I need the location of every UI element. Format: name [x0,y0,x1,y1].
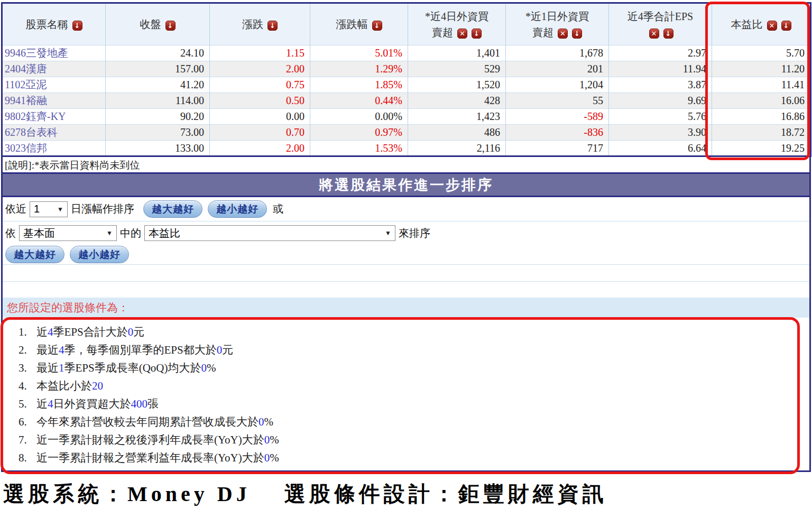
pe-ratio-cell: 11.41 [712,77,811,93]
stock-name-link[interactable]: 9802鈺齊-KY [2,109,106,125]
foreign-1d-cell: -589 [506,109,609,125]
remove-column-icon[interactable]: ✕ [649,29,659,39]
change-cell: 1.15 [210,45,310,61]
or-label: 或 [273,202,283,216]
field-select-value: 本益比 [149,226,180,240]
days-select[interactable]: 1 ▼ [30,201,68,217]
criteria-item: 5.近4日外資買超大於400張 [19,396,809,414]
column-header: 收盤 ↓ [106,3,210,45]
sort-by-days-row: 依近 1 ▼ 日漲幅作排序 越大越好 越小越好 或 [3,197,809,221]
criteria-list: 1.近4季EPS合計大於0元2.最近4季，每季個別單季的EPS都大於0元3.最近… [1,318,811,472]
stock-name-link[interactable]: 9941裕融 [2,93,106,109]
close-price-cell: 157.00 [106,61,210,77]
pe-ratio-cell: 19.25 [712,141,811,156]
change-cell: 2.00 [210,61,310,77]
column-header: 漲跌 ↓ [210,3,310,45]
pe-ratio-cell: 16.06 [712,93,811,109]
pe-ratio-cell: 11.20 [712,61,811,77]
stock-results-table: 股票名稱 ↓ 收盤 ↓ 漲跌 ↓ 漲跌幅 ↓ *近4日外資買賣超 ✕ ↓ *近1… [1,2,811,157]
foreign-1d-cell: 1,204 [506,77,609,93]
sort-desc-button-days[interactable]: 越大越好 [143,200,202,218]
sort-descending-icon[interactable]: ↓ [165,21,176,31]
sort-descending-icon[interactable]: ↓ [372,21,382,31]
stock-name-link[interactable]: 1102亞泥 [2,77,106,93]
sort-descending-icon[interactable]: ↓ [72,21,82,31]
stock-name-link[interactable]: 3023信邦 [2,141,106,156]
foreign-1d-cell: -836 [506,125,609,141]
criteria-item: 8.近一季累計財報之營業利益年成長率(YoY)大於0% [19,450,809,468]
column-header: 股票名稱 ↓ [2,3,106,45]
foreign-4d-cell: 1,401 [408,45,506,61]
column-label: 漲跌幅 [336,18,371,30]
eps-4q-cell: 6.64 [609,141,712,156]
criteria-item: 7.近一季累計財報之稅後淨利年成長率(YoY)大於0% [19,432,809,450]
change-pct-cell: 0.97% [310,125,408,141]
criteria-value: 1 [59,362,64,374]
eps-4q-cell: 5.76 [609,109,712,125]
remove-column-icon[interactable]: ✕ [558,29,568,39]
stock-name-link[interactable]: 9946三發地產 [2,45,106,61]
table-row: 6278台表科73.000.700.97%486-8363.9018.72 [2,125,811,141]
criteria-value: 0 [128,326,134,338]
column-header: *近1日外資買賣超 ✕ ↓ [506,3,609,45]
criteria-item-number: 1. [19,324,36,340]
change-cell: 0.50 [210,93,310,109]
chevron-down-icon: ▼ [385,229,391,237]
eps-4q-cell: 11.94 [609,61,712,77]
foreign-4d-cell: 486 [408,125,506,141]
close-price-cell: 24.10 [106,45,210,61]
change-cell: 0.75 [210,77,310,93]
pe-ratio-cell: 16.86 [712,109,811,125]
change-pct-cell: 5.01% [310,45,408,61]
foreign-4d-cell: 1,520 [408,77,506,93]
change-pct-cell: 0.44% [310,93,408,109]
foreign-1d-cell: 717 [506,141,609,156]
criteria-item-number: 5. [19,396,36,412]
field-select[interactable]: 本益比 ▼ [144,225,395,241]
change-cell: 0.00 [210,109,310,125]
chevron-down-icon: ▼ [57,206,63,213]
table-row: 1102亞泥41.200.751.85%1,5201,2043.8711.41 [2,77,811,93]
criteria-item-number: 7. [19,432,36,448]
criteria-item: 4.本益比小於20 [19,378,809,396]
column-label: 股票名稱 [26,18,71,30]
footer-caption: 選股系統：Money DJ選股條件設計：鉅豐財經資訊 [0,472,812,508]
foreign-1d-cell: 201 [506,61,609,77]
criteria-item-number: 4. [19,378,36,394]
remove-column-icon[interactable]: ✕ [457,29,467,39]
stock-table-body: 9946三發地產24.101.155.01%1,4011,6782.975.70… [2,45,811,156]
criteria-item: 6.今年來累計營收較去年同期累計營收成長大於0% [19,414,809,432]
sort-descending-icon[interactable]: ↓ [267,21,278,31]
sort-descending-icon[interactable]: ↓ [572,29,582,39]
stock-name-link[interactable]: 6278台表科 [2,125,106,141]
change-pct-cell: 0.00% [310,109,408,125]
sort-by-field-row: 依 基本面 ▼ 中的 本益比 ▼ 來排序 [3,221,809,245]
criteria-item-number: 6. [19,414,36,430]
category-select[interactable]: 基本面 ▼ [19,225,117,241]
criteria-value: 0 [264,433,270,446]
category-select-value: 基本面 [23,226,55,240]
criteria-item: 2.最近4季，每季個別單季的EPS都大於0元 [19,342,809,360]
foreign-4d-cell: 428 [408,93,506,109]
change-cell: 2.00 [210,141,310,156]
sort-asc-button-field[interactable]: 越小越好 [70,246,129,263]
sort-descending-icon[interactable]: ↓ [781,21,791,31]
table-row: 9946三發地產24.101.155.01%1,4011,6782.975.70 [2,45,811,61]
spacer-row [3,265,809,281]
criteria-item: 3.最近1季EPS季成長率(QoQ)均大於0% [19,360,809,378]
sort-field-prefix-label: 依 [5,226,16,240]
pe-ratio-cell: 5.70 [712,45,811,61]
sort-desc-button-field[interactable]: 越大越好 [5,246,64,263]
criteria-item-number: 8. [19,450,36,466]
sort-days-suffix-label: 日漲幅作排序 [71,202,134,216]
sort-descending-icon[interactable]: ↓ [472,29,482,39]
close-price-cell: 90.20 [106,109,210,125]
stock-name-link[interactable]: 2404漢唐 [2,61,106,77]
table-row: 9802鈺齊-KY90.200.000.00%1,423-5895.7616.8… [2,109,811,125]
spacer-row [3,281,809,298]
remove-column-icon[interactable]: ✕ [767,21,777,31]
criteria-value: 0 [259,415,264,428]
criteria-value: 0 [201,362,207,374]
sort-asc-button-days[interactable]: 越小越好 [208,200,267,218]
sort-descending-icon[interactable]: ↓ [663,29,673,39]
